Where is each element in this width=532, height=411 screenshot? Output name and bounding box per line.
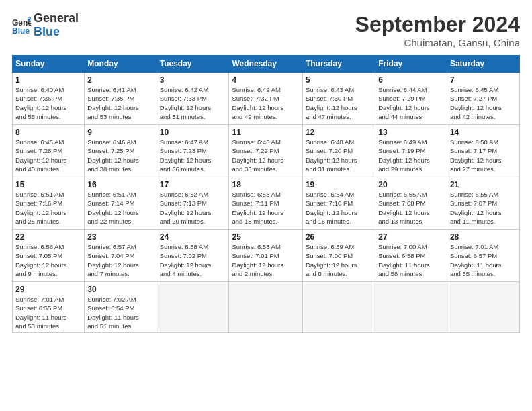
table-row: 13Sunrise: 6:49 AM Sunset: 7:19 PM Dayli… <box>375 125 447 177</box>
table-row: 19Sunrise: 6:54 AM Sunset: 7:10 PM Dayli… <box>302 177 375 230</box>
col-tuesday: Tuesday <box>157 56 229 73</box>
table-row: 23Sunrise: 6:57 AM Sunset: 7:04 PM Dayli… <box>85 230 157 282</box>
table-row <box>229 282 302 333</box>
table-row: 8Sunrise: 6:45 AM Sunset: 7:26 PM Daylig… <box>13 125 85 177</box>
calendar-header-row: Sunday Monday Tuesday Wednesday Thursday… <box>13 56 520 73</box>
day-info: Sunrise: 6:58 AM Sunset: 7:01 PM Dayligh… <box>232 242 299 278</box>
table-row: 7Sunrise: 6:45 AM Sunset: 7:27 PM Daylig… <box>447 73 519 125</box>
header: General Blue General Blue September 2024… <box>12 12 520 48</box>
table-row: 17Sunrise: 6:52 AM Sunset: 7:13 PM Dayli… <box>157 177 229 230</box>
table-row: 27Sunrise: 7:00 AM Sunset: 6:58 PM Dayli… <box>375 230 447 282</box>
day-number: 3 <box>160 75 226 85</box>
day-info: Sunrise: 6:55 AM Sunset: 7:07 PM Dayligh… <box>450 190 517 226</box>
svg-text:Blue: Blue <box>12 26 30 35</box>
day-info: Sunrise: 6:52 AM Sunset: 7:13 PM Dayligh… <box>160 190 226 226</box>
table-row: 29Sunrise: 7:01 AM Sunset: 6:55 PM Dayli… <box>13 282 85 333</box>
day-number: 4 <box>232 75 299 85</box>
day-info: Sunrise: 6:47 AM Sunset: 7:23 PM Dayligh… <box>160 138 226 173</box>
table-row: 22Sunrise: 6:56 AM Sunset: 7:05 PM Dayli… <box>13 230 85 282</box>
day-number: 21 <box>450 180 517 189</box>
table-row <box>447 282 519 333</box>
day-info: Sunrise: 6:53 AM Sunset: 7:11 PM Dayligh… <box>232 190 299 226</box>
table-row: 18Sunrise: 6:53 AM Sunset: 7:11 PM Dayli… <box>229 177 302 230</box>
day-info: Sunrise: 6:57 AM Sunset: 7:04 PM Dayligh… <box>87 242 153 278</box>
table-row <box>302 282 375 333</box>
day-number: 1 <box>15 75 81 85</box>
day-number: 19 <box>306 180 372 189</box>
table-row: 10Sunrise: 6:47 AM Sunset: 7:23 PM Dayli… <box>157 125 229 177</box>
day-info: Sunrise: 6:56 AM Sunset: 7:05 PM Dayligh… <box>15 242 81 278</box>
col-saturday: Saturday <box>447 56 519 73</box>
day-number: 5 <box>306 75 372 85</box>
day-number: 9 <box>87 128 153 137</box>
day-number: 12 <box>306 128 372 137</box>
table-row: 20Sunrise: 6:55 AM Sunset: 7:08 PM Dayli… <box>375 177 447 230</box>
table-row: 30Sunrise: 7:02 AM Sunset: 6:54 PM Dayli… <box>85 282 157 333</box>
table-row: 24Sunrise: 6:58 AM Sunset: 7:02 PM Dayli… <box>157 230 229 282</box>
table-row <box>157 282 229 333</box>
table-row: 3Sunrise: 6:42 AM Sunset: 7:33 PM Daylig… <box>157 73 229 125</box>
day-info: Sunrise: 7:02 AM Sunset: 6:54 PM Dayligh… <box>87 295 153 330</box>
day-info: Sunrise: 7:01 AM Sunset: 6:55 PM Dayligh… <box>15 295 81 330</box>
day-info: Sunrise: 6:44 AM Sunset: 7:29 PM Dayligh… <box>378 85 444 121</box>
calendar-row: 8Sunrise: 6:45 AM Sunset: 7:26 PM Daylig… <box>13 125 520 177</box>
day-number: 22 <box>15 232 81 242</box>
day-number: 16 <box>87 180 153 189</box>
day-number: 30 <box>87 285 153 294</box>
day-number: 2 <box>87 75 153 85</box>
day-info: Sunrise: 7:01 AM Sunset: 6:57 PM Dayligh… <box>450 242 517 278</box>
day-number: 15 <box>15 180 81 189</box>
col-monday: Monday <box>85 56 157 73</box>
col-wednesday: Wednesday <box>229 56 302 73</box>
day-number: 23 <box>87 232 153 242</box>
day-info: Sunrise: 6:48 AM Sunset: 7:20 PM Dayligh… <box>306 138 372 173</box>
day-info: Sunrise: 6:51 AM Sunset: 7:14 PM Dayligh… <box>87 190 153 226</box>
day-info: Sunrise: 6:40 AM Sunset: 7:36 PM Dayligh… <box>15 85 81 121</box>
page: General Blue General Blue September 2024… <box>0 0 532 411</box>
day-info: Sunrise: 6:45 AM Sunset: 7:27 PM Dayligh… <box>450 85 517 121</box>
day-number: 11 <box>232 128 299 137</box>
col-sunday: Sunday <box>13 56 85 73</box>
table-row: 16Sunrise: 6:51 AM Sunset: 7:14 PM Dayli… <box>85 177 157 230</box>
logo: General Blue General Blue <box>12 12 79 39</box>
table-row: 9Sunrise: 6:46 AM Sunset: 7:25 PM Daylig… <box>85 125 157 177</box>
day-number: 17 <box>160 180 226 189</box>
day-number: 29 <box>15 285 81 294</box>
day-info: Sunrise: 6:54 AM Sunset: 7:10 PM Dayligh… <box>306 190 372 226</box>
day-number: 28 <box>450 232 517 242</box>
day-number: 8 <box>15 128 81 137</box>
day-number: 13 <box>378 128 444 137</box>
calendar-row: 1Sunrise: 6:40 AM Sunset: 7:36 PM Daylig… <box>13 73 520 125</box>
table-row: 6Sunrise: 6:44 AM Sunset: 7:29 PM Daylig… <box>375 73 447 125</box>
calendar-table: Sunday Monday Tuesday Wednesday Thursday… <box>12 55 520 333</box>
table-row: 12Sunrise: 6:48 AM Sunset: 7:20 PM Dayli… <box>302 125 375 177</box>
table-row: 14Sunrise: 6:50 AM Sunset: 7:17 PM Dayli… <box>447 125 519 177</box>
day-number: 20 <box>378 180 444 189</box>
day-number: 6 <box>378 75 444 85</box>
table-row: 1Sunrise: 6:40 AM Sunset: 7:36 PM Daylig… <box>13 73 85 125</box>
day-info: Sunrise: 6:58 AM Sunset: 7:02 PM Dayligh… <box>160 242 226 278</box>
title-block: September 2024 Chuimatan, Gansu, China <box>355 12 520 48</box>
day-info: Sunrise: 6:46 AM Sunset: 7:25 PM Dayligh… <box>87 138 153 173</box>
day-info: Sunrise: 6:42 AM Sunset: 7:32 PM Dayligh… <box>232 85 299 121</box>
table-row: 26Sunrise: 6:59 AM Sunset: 7:00 PM Dayli… <box>302 230 375 282</box>
day-number: 26 <box>306 232 372 242</box>
table-row: 4Sunrise: 6:42 AM Sunset: 7:32 PM Daylig… <box>229 73 302 125</box>
calendar-row: 15Sunrise: 6:51 AM Sunset: 7:16 PM Dayli… <box>13 177 520 230</box>
month-title: September 2024 <box>355 12 520 37</box>
day-number: 18 <box>232 180 299 189</box>
day-info: Sunrise: 7:00 AM Sunset: 6:58 PM Dayligh… <box>378 242 444 278</box>
day-number: 7 <box>450 75 517 85</box>
col-friday: Friday <box>375 56 447 73</box>
day-info: Sunrise: 6:51 AM Sunset: 7:16 PM Dayligh… <box>15 190 81 226</box>
table-row: 5Sunrise: 6:43 AM Sunset: 7:30 PM Daylig… <box>302 73 375 125</box>
location: Chuimatan, Gansu, China <box>355 37 520 48</box>
logo-text: General Blue <box>34 12 79 39</box>
day-info: Sunrise: 6:41 AM Sunset: 7:35 PM Dayligh… <box>87 85 153 121</box>
table-row: 15Sunrise: 6:51 AM Sunset: 7:16 PM Dayli… <box>13 177 85 230</box>
logo-icon: General Blue <box>12 16 31 35</box>
calendar-row: 22Sunrise: 6:56 AM Sunset: 7:05 PM Dayli… <box>13 230 520 282</box>
day-number: 27 <box>378 232 444 242</box>
day-number: 14 <box>450 128 517 137</box>
day-info: Sunrise: 6:42 AM Sunset: 7:33 PM Dayligh… <box>160 85 226 121</box>
